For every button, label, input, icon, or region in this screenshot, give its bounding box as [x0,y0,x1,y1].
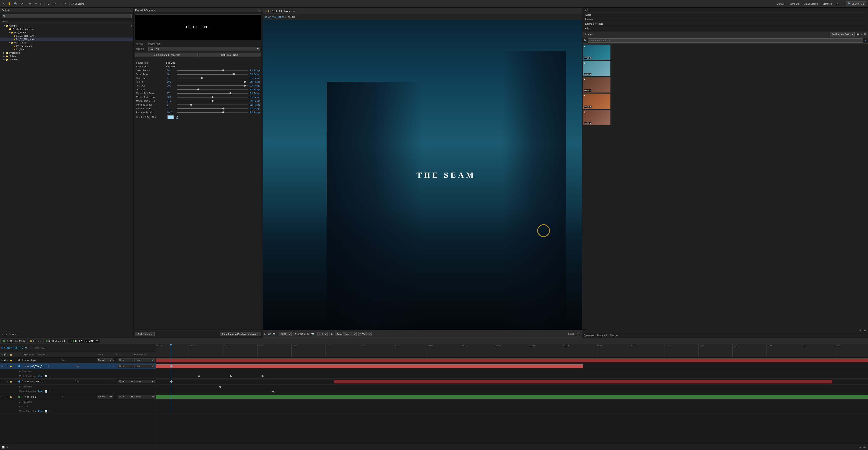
tl-playhead[interactable] [170,344,171,357]
tl-sub-icon-3b[interactable]: ▷ [48,390,50,393]
tree-item-title01[interactable]: ◼ 01_01_Title_MAIN [0,34,133,37]
tl-parent-3[interactable]: None [134,380,155,383]
tl-keyframe-2d[interactable] [261,375,264,377]
tl-reset-3[interactable]: Reset [37,390,43,393]
right-tab-paragraph[interactable]: Paragraph [596,333,607,337]
tl-solo-2[interactable]: S [7,365,9,367]
tl-bar-2[interactable] [156,364,583,368]
lib-play-icon-5[interactable]: ▶ [584,111,586,113]
tl-sub-icon-b[interactable]: ▷ [48,375,50,377]
comp-resolution-select[interactable]: Full [317,332,328,336]
comp-viewer[interactable]: THE SEAM [263,20,582,330]
lib-grid-icon[interactable]: ⊞ [856,33,860,36]
lib-item-5[interactable]: ▶ 00:18 s [583,110,867,125]
eg-slider-pin-width[interactable] [177,104,248,105]
workspace-smallscreen[interactable]: Small Screen [803,2,819,5]
lib-play-icon-1[interactable]: ▶ [584,46,586,48]
tl-solo-1[interactable]: S [7,359,9,361]
workspace-more[interactable]: » [836,2,839,6]
eg-prop-val-master-xpos[interactable]: 960 [167,96,176,98]
tool-hand[interactable]: ✋ [7,2,12,6]
tl-status-graph[interactable]: 📈 [2,446,5,449]
tool-zoom[interactable]: 🔍 [13,2,19,6]
eg-slider-master-scale[interactable] [177,93,248,94]
tl-bar-4[interactable] [156,395,868,399]
eg-prop-val-master-scale[interactable]: 97 [167,92,176,94]
tl-tab-close-main[interactable]: × [71,340,72,342]
lib-play-icon-3[interactable]: ▶ [584,78,586,80]
comp-tab-active[interactable]: 01_02_Title_MAIN [271,10,290,12]
eg-poster-btn[interactable]: Set Poster Time [198,53,261,57]
right-tab-preview[interactable]: Preview [584,18,866,22]
tree-item-parent[interactable]: ▼ 📁 001_Parent [0,31,133,34]
project-import-icon[interactable]: ⬆ [131,25,132,27]
tl-tab-title01[interactable]: 01_01_Title_MAIN [1,339,27,343]
eg-slider-seam-pos[interactable] [177,70,248,71]
tl-audio-1[interactable]: 🔊 [4,359,6,361]
tree-item-masterprops[interactable]: ▼ 📁 01_MasterProperties [0,27,133,31]
lib-filter-icon[interactable]: ▼ [864,39,866,42]
eg-slider-text-out[interactable] [177,85,248,86]
tl-eye-4[interactable]: 👁 [1,395,3,398]
tree-arrow-sources[interactable]: ▶ [3,59,6,61]
lib-eye-button[interactable]: 👁 [859,329,862,332]
tl-expand-2[interactable]: ▼ [25,365,27,367]
lib-list-icon[interactable]: ≡ [860,33,863,36]
breadcrumb-main[interactable]: 01_02_Title_MAIN [265,16,284,19]
tl-eye-1[interactable]: 👁 [1,359,3,362]
tl-eye-2[interactable]: 👁 [1,365,3,367]
tl-scroll-bar[interactable]: ◀▶ [863,446,866,449]
comp-camera-icon[interactable]: 📷 [311,333,314,335]
eg-slider-handle-master-xpos[interactable] [212,96,214,98]
snapping-checkbox[interactable]: ☑ [72,2,74,5]
tl-solo-4[interactable]: S [7,396,9,398]
comp-close-icon[interactable]: × [265,10,266,12]
tl-sub-expand-3[interactable]: ▶ [19,386,21,388]
right-tab-align[interactable]: Align [584,26,866,30]
right-tab-info[interactable]: Info [584,8,866,12]
eg-slider-handle-text-blur[interactable] [197,88,199,91]
eg-solo-btn[interactable]: Solo Supported Properties [135,53,198,57]
comp-play-icon[interactable]: ▶ [265,333,266,335]
eg-slider-handle-pin-falloff[interactable] [222,111,224,113]
eg-edit-range-seam-angle[interactable]: Edit Range [250,73,260,76]
tl-expand-3[interactable]: ▼ [25,381,27,383]
tl-layer-4[interactable]: 👁 S 🔒 4 ▼ ◼ [02_Background] fx [0,394,156,400]
tl-solo-3[interactable]: S [7,381,9,383]
eg-slider-handle-seam-angle[interactable] [233,73,235,75]
eg-slider-pin-falloff[interactable] [177,112,248,113]
tree-arrow-solids[interactable]: ▶ [3,55,6,57]
tl-trkmat-3[interactable]: None [118,380,134,383]
lib-item-1[interactable]: ▶ 00:15 s [583,44,867,60]
eg-prop-val-text-blur[interactable]: 0 [167,88,176,91]
tl-layer-1[interactable]: 👁 🔊 S 🔒 1 ▶ ◼ Edge Vignette fx ⟳ [0,357,156,363]
tl-keyframe-2b[interactable] [198,375,200,377]
tl-sub-expand-2[interactable]: ▶ [19,370,21,372]
snapping-toggle[interactable]: ☑ Snapping [72,2,85,5]
tl-bar-1[interactable] [156,358,868,362]
tl-fx-4[interactable]: fx [62,395,64,398]
eg-slider-handle-master-scale[interactable] [229,92,231,94]
comp-camera-select[interactable]: Active Camera [335,332,356,336]
tl-goto-start[interactable]: ⏮ [859,446,861,449]
project-render-icon[interactable]: ▶ [12,333,14,336]
tool-rotate[interactable]: ⟳ [20,2,24,6]
tool-move[interactable]: ↖ [2,2,6,6]
tl-tab-bg[interactable]: 02_Background [43,339,67,343]
tree-arrow-parent[interactable]: ▼ [8,31,11,33]
tl-lock-4[interactable]: 🔒 [10,396,12,398]
eg-edit-range-seam-pos[interactable]: Edit Range [250,69,260,72]
eg-edit-range-pin-fade[interactable]: Edit Range [250,108,260,110]
eg-prop-val-pin-width[interactable]: 5 [167,103,176,106]
tl-eye-3[interactable]: 👁 [1,380,3,383]
eg-slider-seam-angle[interactable] [177,74,248,74]
tree-item-title02[interactable]: ◼ 01_02_Title_MAIN [0,37,133,41]
eg-master-select[interactable]: 02_Title [148,47,260,51]
eg-export-btn[interactable]: Export Motion Graphics Template... [220,332,261,336]
eg-edit-range-text-in[interactable]: Edit Range [250,81,260,83]
tree-item-precomps[interactable]: ▶ 📁 Precomps [0,51,133,55]
tl-parent-1[interactable]: None [134,358,155,362]
tl-keyframe-2c[interactable] [229,375,232,377]
eg-prop-val-text-out[interactable]: 100 [167,84,176,87]
tool-eraser[interactable]: ◻ [58,2,62,6]
